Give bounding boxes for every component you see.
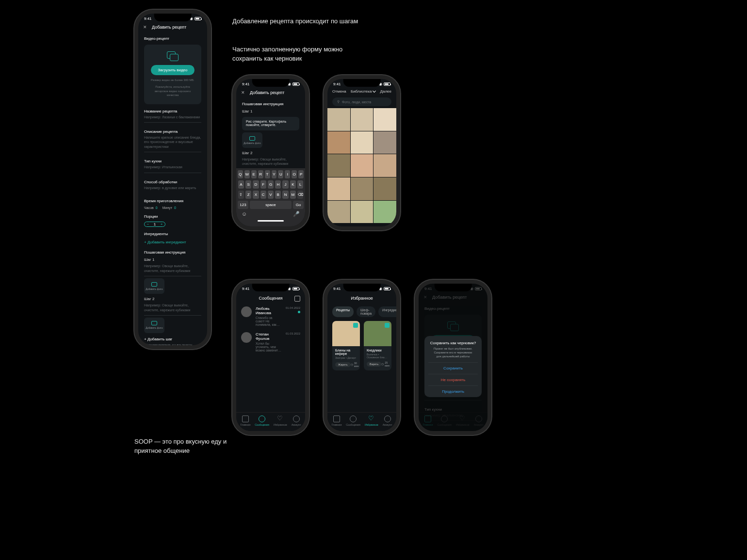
key-d[interactable]: D [253, 180, 259, 189]
home-indicator[interactable] [258, 220, 284, 222]
key-r[interactable]: R [258, 170, 263, 178]
ios-keyboard[interactable]: QWERTYUIOP ASDFGHJKL ⇧ZXCVBNM⌫ 123 space… [236, 168, 305, 226]
key-l[interactable]: L [297, 180, 303, 189]
key-e[interactable]: E [251, 170, 257, 178]
segment-tab[interactable]: Шеф-повара [357, 306, 375, 317]
step-1-textarea[interactable]: Рис отварите. Картофель помойте, отварит… [242, 117, 299, 130]
key-g[interactable]: G [268, 180, 274, 189]
stepper-plus[interactable]: + [158, 222, 165, 226]
key-h[interactable]: H [275, 180, 281, 189]
message-row[interactable]: Степан Фролов Хотел бы уточнить, чем мож… [236, 329, 305, 355]
tab-Аккаунт[interactable]: Аккаунт [383, 416, 392, 426]
photo-tile[interactable] [327, 154, 350, 177]
key-f[interactable]: F [260, 180, 266, 189]
upload-video-button[interactable]: Загрузить видео [151, 65, 194, 75]
photo-tile[interactable] [327, 201, 350, 224]
tab-Главная[interactable]: Главная [240, 416, 250, 426]
dialog-dont-save-button[interactable]: Не сохранять [428, 374, 478, 385]
photo-tile[interactable] [351, 177, 374, 200]
upload-video-box[interactable]: Загрузить видео Размер видео не более 30… [144, 45, 201, 104]
photo-tile[interactable] [374, 108, 396, 131]
key-v[interactable]: V [268, 191, 274, 199]
key-i[interactable]: I [285, 170, 290, 178]
cuisine-input[interactable]: Например: Итальянская [144, 165, 201, 173]
add-photo-button-2[interactable]: Добавить фото [144, 318, 164, 333]
search-input[interactable]: ⚲Фото, люди, места [332, 97, 391, 106]
message-row[interactable]: Любовь Иванова Спасибо за совет! Не пони… [236, 304, 305, 329]
method-input[interactable]: Например: в духовке или жарить [144, 186, 201, 193]
recipe-desc-input[interactable]: Напишите краткое описание блюда, его про… [144, 135, 201, 152]
key-space[interactable]: space [250, 201, 292, 209]
close-button[interactable]: ✕ [143, 25, 147, 30]
step-1-input[interactable]: Например: Овощи вымойте, очистите, нареж… [144, 264, 201, 276]
library-dropdown[interactable]: Библиотека [351, 89, 376, 94]
key-u[interactable]: U [278, 170, 283, 178]
add-ingredient-link[interactable]: + Добавить ингредиент [138, 238, 207, 246]
add-photo-button-1[interactable]: Добавить фото [144, 278, 164, 294]
tab-Сообщения[interactable]: Сообщения [346, 416, 360, 426]
add-photo-button[interactable]: Добавить фото [242, 132, 262, 148]
key-go[interactable]: Go [293, 201, 304, 209]
recipe-name-input[interactable]: Например: Лазанья с баклажанами [144, 115, 201, 123]
tab-Аккаунт[interactable]: Аккаунт [292, 416, 301, 426]
recipe-method-chip: Жарить [335, 362, 351, 367]
key-p[interactable]: P [298, 170, 304, 178]
key-t[interactable]: T [265, 170, 270, 178]
key-q[interactable]: Q [238, 170, 243, 178]
minutes-value[interactable]: 0 [174, 206, 176, 209]
segment-tab[interactable]: Ингредиенты [378, 306, 396, 317]
step-2-input[interactable]: Например: Овощи вымойте, очистите, нареж… [144, 303, 201, 316]
bookmark-icon[interactable] [353, 323, 358, 328]
key-j[interactable]: J [282, 180, 288, 189]
photo-tile[interactable] [374, 201, 396, 224]
dialog-save-button[interactable]: Сохранить [428, 362, 478, 374]
photo-tile[interactable] [374, 131, 396, 154]
photo-tile[interactable] [374, 154, 396, 177]
photo-tile[interactable] [351, 201, 374, 224]
tab-Главная[interactable]: Главная [331, 416, 341, 426]
key-w[interactable]: W [244, 170, 250, 178]
photo-tile[interactable] [351, 108, 374, 131]
emoji-button[interactable]: ☺ [242, 211, 247, 217]
stepper-minus[interactable]: − [145, 222, 151, 226]
key-s[interactable]: S [245, 180, 251, 189]
key-o[interactable]: O [292, 170, 297, 178]
hours-value[interactable]: 0 [156, 206, 158, 209]
tab-Избранное[interactable]: Избранное [274, 416, 287, 426]
photo-tile[interactable] [351, 154, 374, 177]
key-x[interactable]: X [253, 191, 259, 199]
cancel-button[interactable]: Отмена [332, 89, 346, 94]
add-step-link[interactable]: + Добавить шаг [138, 335, 207, 343]
key-y[interactable]: Y [272, 170, 277, 178]
key-a[interactable]: A [238, 180, 244, 189]
compose-icon[interactable] [294, 296, 300, 302]
mic-button[interactable]: 🎤 [293, 211, 300, 217]
key-123[interactable]: 123 [238, 201, 248, 209]
key-c[interactable]: C [260, 191, 266, 199]
tab-Избранное[interactable]: Избранное [365, 416, 378, 426]
step-2-input[interactable]: Например: Овощи вымойте, очистите, нареж… [242, 157, 299, 169]
key-b[interactable]: B [275, 191, 281, 199]
key-z[interactable]: Z [245, 191, 251, 199]
key-⌫[interactable]: ⌫ [297, 191, 303, 199]
key-m[interactable]: M [290, 191, 296, 199]
photo-tile[interactable] [374, 177, 396, 200]
recipe-card[interactable]: Кнедлики Выпечка • Основное блю… Варить … [364, 321, 391, 370]
portions-stepper[interactable]: − 1 + [144, 222, 165, 227]
key-k[interactable]: K [290, 180, 296, 189]
recipe-card[interactable]: Блины на кефире Завтрак • Десерт Жарить … [332, 321, 360, 370]
key-⇧[interactable]: ⇧ [238, 191, 244, 199]
dialog-continue-button[interactable]: Продолжить [428, 385, 478, 397]
message-date: 01.03.2022 [286, 332, 300, 335]
next-button[interactable]: Далее [380, 89, 391, 94]
bookmark-icon[interactable] [385, 323, 390, 328]
photo-tile[interactable] [327, 108, 350, 131]
cook-time-label: Время приготовления [138, 197, 207, 205]
photo-tile[interactable] [327, 177, 350, 200]
close-button[interactable]: ✕ [241, 90, 245, 95]
key-n[interactable]: N [282, 191, 288, 199]
segment-tab[interactable]: Рецепты [332, 306, 354, 317]
photo-tile[interactable] [327, 131, 350, 154]
photo-tile[interactable] [351, 131, 374, 154]
tab-Сообщения[interactable]: Сообщения [255, 416, 269, 426]
